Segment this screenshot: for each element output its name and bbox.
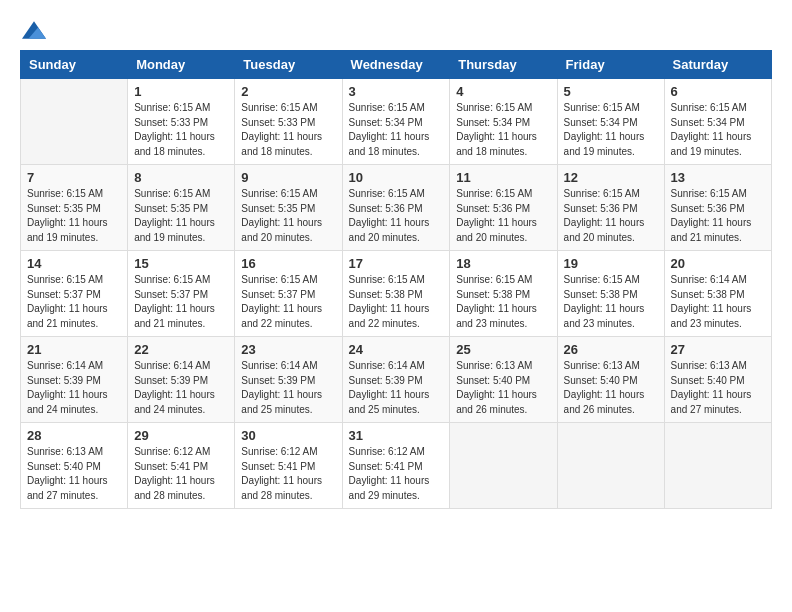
calendar-week-row: 1Sunrise: 6:15 AM Sunset: 5:33 PM Daylig… bbox=[21, 79, 772, 165]
calendar-cell: 1Sunrise: 6:15 AM Sunset: 5:33 PM Daylig… bbox=[128, 79, 235, 165]
day-info: Sunrise: 6:15 AM Sunset: 5:35 PM Dayligh… bbox=[241, 187, 335, 245]
day-number: 20 bbox=[671, 256, 765, 271]
day-number: 26 bbox=[564, 342, 658, 357]
day-number: 5 bbox=[564, 84, 658, 99]
day-info: Sunrise: 6:13 AM Sunset: 5:40 PM Dayligh… bbox=[27, 445, 121, 503]
calendar-cell bbox=[557, 423, 664, 509]
day-number: 21 bbox=[27, 342, 121, 357]
day-number: 4 bbox=[456, 84, 550, 99]
calendar-cell: 18Sunrise: 6:15 AM Sunset: 5:38 PM Dayli… bbox=[450, 251, 557, 337]
day-number: 31 bbox=[349, 428, 444, 443]
day-info: Sunrise: 6:15 AM Sunset: 5:37 PM Dayligh… bbox=[27, 273, 121, 331]
day-info: Sunrise: 6:12 AM Sunset: 5:41 PM Dayligh… bbox=[241, 445, 335, 503]
calendar-cell: 8Sunrise: 6:15 AM Sunset: 5:35 PM Daylig… bbox=[128, 165, 235, 251]
weekday-header: Wednesday bbox=[342, 51, 450, 79]
calendar-cell: 11Sunrise: 6:15 AM Sunset: 5:36 PM Dayli… bbox=[450, 165, 557, 251]
day-number: 17 bbox=[349, 256, 444, 271]
calendar-cell: 17Sunrise: 6:15 AM Sunset: 5:38 PM Dayli… bbox=[342, 251, 450, 337]
calendar-cell: 2Sunrise: 6:15 AM Sunset: 5:33 PM Daylig… bbox=[235, 79, 342, 165]
day-number: 11 bbox=[456, 170, 550, 185]
day-info: Sunrise: 6:15 AM Sunset: 5:34 PM Dayligh… bbox=[349, 101, 444, 159]
day-number: 28 bbox=[27, 428, 121, 443]
day-number: 30 bbox=[241, 428, 335, 443]
calendar-cell: 15Sunrise: 6:15 AM Sunset: 5:37 PM Dayli… bbox=[128, 251, 235, 337]
day-info: Sunrise: 6:15 AM Sunset: 5:36 PM Dayligh… bbox=[564, 187, 658, 245]
calendar-cell: 4Sunrise: 6:15 AM Sunset: 5:34 PM Daylig… bbox=[450, 79, 557, 165]
logo bbox=[20, 20, 46, 40]
page-header bbox=[20, 20, 772, 40]
day-info: Sunrise: 6:12 AM Sunset: 5:41 PM Dayligh… bbox=[134, 445, 228, 503]
day-number: 22 bbox=[134, 342, 228, 357]
weekday-header: Friday bbox=[557, 51, 664, 79]
day-number: 13 bbox=[671, 170, 765, 185]
day-info: Sunrise: 6:14 AM Sunset: 5:39 PM Dayligh… bbox=[134, 359, 228, 417]
day-number: 18 bbox=[456, 256, 550, 271]
calendar-cell: 6Sunrise: 6:15 AM Sunset: 5:34 PM Daylig… bbox=[664, 79, 771, 165]
day-info: Sunrise: 6:13 AM Sunset: 5:40 PM Dayligh… bbox=[671, 359, 765, 417]
calendar-cell: 19Sunrise: 6:15 AM Sunset: 5:38 PM Dayli… bbox=[557, 251, 664, 337]
calendar-cell: 12Sunrise: 6:15 AM Sunset: 5:36 PM Dayli… bbox=[557, 165, 664, 251]
calendar-cell bbox=[450, 423, 557, 509]
weekday-header: Thursday bbox=[450, 51, 557, 79]
day-number: 14 bbox=[27, 256, 121, 271]
calendar-week-row: 14Sunrise: 6:15 AM Sunset: 5:37 PM Dayli… bbox=[21, 251, 772, 337]
calendar-cell: 26Sunrise: 6:13 AM Sunset: 5:40 PM Dayli… bbox=[557, 337, 664, 423]
calendar-cell: 16Sunrise: 6:15 AM Sunset: 5:37 PM Dayli… bbox=[235, 251, 342, 337]
day-number: 2 bbox=[241, 84, 335, 99]
day-number: 8 bbox=[134, 170, 228, 185]
day-info: Sunrise: 6:14 AM Sunset: 5:39 PM Dayligh… bbox=[349, 359, 444, 417]
calendar-cell: 31Sunrise: 6:12 AM Sunset: 5:41 PM Dayli… bbox=[342, 423, 450, 509]
day-info: Sunrise: 6:14 AM Sunset: 5:39 PM Dayligh… bbox=[241, 359, 335, 417]
calendar-week-row: 28Sunrise: 6:13 AM Sunset: 5:40 PM Dayli… bbox=[21, 423, 772, 509]
day-info: Sunrise: 6:15 AM Sunset: 5:36 PM Dayligh… bbox=[456, 187, 550, 245]
calendar-cell bbox=[21, 79, 128, 165]
day-number: 16 bbox=[241, 256, 335, 271]
weekday-header: Monday bbox=[128, 51, 235, 79]
day-number: 7 bbox=[27, 170, 121, 185]
day-number: 25 bbox=[456, 342, 550, 357]
day-number: 9 bbox=[241, 170, 335, 185]
logo-icon bbox=[22, 20, 46, 40]
weekday-header: Sunday bbox=[21, 51, 128, 79]
calendar-week-row: 21Sunrise: 6:14 AM Sunset: 5:39 PM Dayli… bbox=[21, 337, 772, 423]
day-info: Sunrise: 6:15 AM Sunset: 5:34 PM Dayligh… bbox=[671, 101, 765, 159]
calendar-cell: 10Sunrise: 6:15 AM Sunset: 5:36 PM Dayli… bbox=[342, 165, 450, 251]
day-number: 3 bbox=[349, 84, 444, 99]
calendar-cell: 30Sunrise: 6:12 AM Sunset: 5:41 PM Dayli… bbox=[235, 423, 342, 509]
day-number: 19 bbox=[564, 256, 658, 271]
calendar-cell: 14Sunrise: 6:15 AM Sunset: 5:37 PM Dayli… bbox=[21, 251, 128, 337]
calendar-header-row: SundayMondayTuesdayWednesdayThursdayFrid… bbox=[21, 51, 772, 79]
day-info: Sunrise: 6:15 AM Sunset: 5:36 PM Dayligh… bbox=[671, 187, 765, 245]
day-info: Sunrise: 6:13 AM Sunset: 5:40 PM Dayligh… bbox=[564, 359, 658, 417]
calendar-cell bbox=[664, 423, 771, 509]
calendar-cell: 13Sunrise: 6:15 AM Sunset: 5:36 PM Dayli… bbox=[664, 165, 771, 251]
day-info: Sunrise: 6:15 AM Sunset: 5:33 PM Dayligh… bbox=[134, 101, 228, 159]
calendar-cell: 29Sunrise: 6:12 AM Sunset: 5:41 PM Dayli… bbox=[128, 423, 235, 509]
day-info: Sunrise: 6:15 AM Sunset: 5:35 PM Dayligh… bbox=[134, 187, 228, 245]
calendar-cell: 5Sunrise: 6:15 AM Sunset: 5:34 PM Daylig… bbox=[557, 79, 664, 165]
day-number: 12 bbox=[564, 170, 658, 185]
day-number: 27 bbox=[671, 342, 765, 357]
day-info: Sunrise: 6:13 AM Sunset: 5:40 PM Dayligh… bbox=[456, 359, 550, 417]
weekday-header: Saturday bbox=[664, 51, 771, 79]
day-info: Sunrise: 6:15 AM Sunset: 5:38 PM Dayligh… bbox=[564, 273, 658, 331]
day-number: 23 bbox=[241, 342, 335, 357]
day-info: Sunrise: 6:15 AM Sunset: 5:37 PM Dayligh… bbox=[241, 273, 335, 331]
day-info: Sunrise: 6:15 AM Sunset: 5:38 PM Dayligh… bbox=[349, 273, 444, 331]
calendar-cell: 22Sunrise: 6:14 AM Sunset: 5:39 PM Dayli… bbox=[128, 337, 235, 423]
day-info: Sunrise: 6:14 AM Sunset: 5:39 PM Dayligh… bbox=[27, 359, 121, 417]
day-info: Sunrise: 6:15 AM Sunset: 5:34 PM Dayligh… bbox=[456, 101, 550, 159]
day-info: Sunrise: 6:14 AM Sunset: 5:38 PM Dayligh… bbox=[671, 273, 765, 331]
calendar-cell: 25Sunrise: 6:13 AM Sunset: 5:40 PM Dayli… bbox=[450, 337, 557, 423]
day-number: 15 bbox=[134, 256, 228, 271]
day-info: Sunrise: 6:15 AM Sunset: 5:37 PM Dayligh… bbox=[134, 273, 228, 331]
day-number: 10 bbox=[349, 170, 444, 185]
weekday-header: Tuesday bbox=[235, 51, 342, 79]
calendar-cell: 9Sunrise: 6:15 AM Sunset: 5:35 PM Daylig… bbox=[235, 165, 342, 251]
calendar-week-row: 7Sunrise: 6:15 AM Sunset: 5:35 PM Daylig… bbox=[21, 165, 772, 251]
calendar-cell: 21Sunrise: 6:14 AM Sunset: 5:39 PM Dayli… bbox=[21, 337, 128, 423]
calendar-cell: 7Sunrise: 6:15 AM Sunset: 5:35 PM Daylig… bbox=[21, 165, 128, 251]
calendar-cell: 28Sunrise: 6:13 AM Sunset: 5:40 PM Dayli… bbox=[21, 423, 128, 509]
calendar-cell: 24Sunrise: 6:14 AM Sunset: 5:39 PM Dayli… bbox=[342, 337, 450, 423]
day-info: Sunrise: 6:12 AM Sunset: 5:41 PM Dayligh… bbox=[349, 445, 444, 503]
